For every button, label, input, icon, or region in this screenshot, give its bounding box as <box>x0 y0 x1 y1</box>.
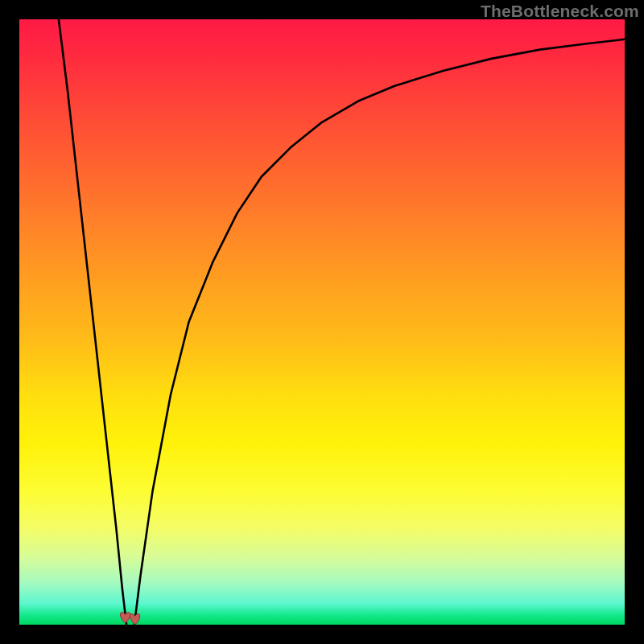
curve-layer <box>19 19 625 625</box>
bottleneck-curve-left <box>59 19 126 625</box>
plot-area <box>19 19 625 625</box>
heart-marker-icon <box>120 613 139 625</box>
watermark-text: TheBottleneck.com <box>481 2 639 21</box>
chart-frame: TheBottleneck.com <box>0 0 644 644</box>
bottleneck-curve-right <box>134 39 625 625</box>
